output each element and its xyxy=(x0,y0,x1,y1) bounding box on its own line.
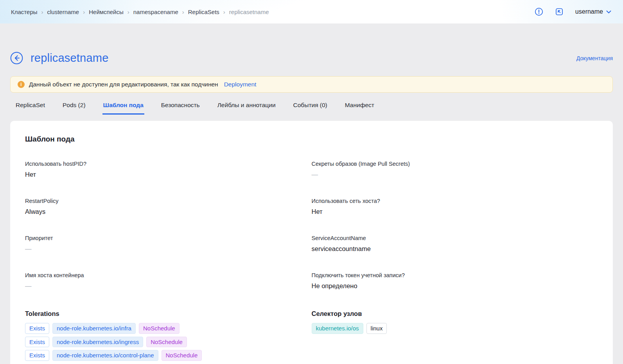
tab-manifest[interactable]: Манифест xyxy=(344,97,375,115)
toleration-operator-chip: Exists xyxy=(25,350,49,361)
field-value: serviceaccountname xyxy=(312,245,598,253)
topbar-actions: username xyxy=(535,7,611,16)
top-bar: Кластеры › clustername › Неймспейсы › na… xyxy=(0,0,623,23)
deployment-link[interactable]: Deployment xyxy=(224,81,257,88)
tab-labels-annotations[interactable]: Лейблы и аннотации xyxy=(217,97,276,115)
field-host-network: Использовать сеть хоста? Нет xyxy=(312,198,598,215)
user-menu[interactable]: username xyxy=(575,8,611,15)
warning-text: Данный объект не доступен для редактиров… xyxy=(29,81,218,88)
tolerations-title: Tolerations xyxy=(25,310,312,317)
toleration-row: Exists node-role.kubernetes.io/ingress N… xyxy=(25,337,312,348)
field-value: Нет xyxy=(312,208,598,215)
field-value: — xyxy=(25,282,312,290)
page: replicasetname Документация i Данный объ… xyxy=(0,52,623,364)
breadcrumb: Кластеры › clustername › Неймспейсы › na… xyxy=(11,9,269,15)
field-label: Секреты образов (Image Pull Secrets) xyxy=(312,161,598,167)
fields-grid: Использовать hostPID? Нет Секреты образо… xyxy=(25,161,598,290)
field-image-pull-secrets: Секреты образов (Image Pull Secrets) — xyxy=(312,161,598,178)
username-label: username xyxy=(575,8,603,15)
field-priority: Приоритет — xyxy=(25,235,312,253)
toleration-operator-chip: Exists xyxy=(25,323,49,334)
breadcrumb-item-clusters[interactable]: Кластеры xyxy=(11,9,38,15)
warning-info-icon: i xyxy=(18,81,25,88)
tab-pod-template[interactable]: Шаблон пода xyxy=(102,97,144,115)
arrow-left-circle-icon xyxy=(10,52,23,65)
content-card: Шаблон пода Использовать hostPID? Нет Се… xyxy=(10,121,613,364)
breadcrumb-item-clustername[interactable]: clustername xyxy=(47,9,79,15)
field-label: Использовать hostPID? xyxy=(25,161,312,167)
field-hostpid: Использовать hostPID? Нет xyxy=(25,161,312,178)
breadcrumb-item-namespacename[interactable]: namespacename xyxy=(133,9,178,15)
back-button[interactable] xyxy=(10,52,23,65)
breadcrumb-item-replicasets[interactable]: ReplicaSets xyxy=(188,9,219,15)
warning-banner: i Данный объект не доступен для редактир… xyxy=(10,76,613,93)
toleration-operator-chip: Exists xyxy=(25,337,49,348)
chevron-right-icon: › xyxy=(223,9,225,15)
field-value: Always xyxy=(25,208,312,215)
chevron-right-icon: › xyxy=(127,9,129,15)
toleration-row: Exists node-role.kubernetes.io/infra NoS… xyxy=(25,323,312,334)
breadcrumb-item-namespaces[interactable]: Неймспейсы xyxy=(89,9,124,15)
chevron-down-icon xyxy=(606,10,611,14)
open-in-new-icon[interactable] xyxy=(555,7,564,16)
field-value: — xyxy=(312,171,598,178)
tab-replicaset[interactable]: ReplicaSet xyxy=(15,97,46,115)
node-selector-row: kubernetes.io/os linux xyxy=(312,323,598,334)
toleration-effect-chip: NoSchedule xyxy=(139,323,180,334)
field-value: Не определено xyxy=(312,282,598,290)
title-row: replicasetname Документация xyxy=(10,52,613,65)
field-value: — xyxy=(25,245,312,253)
page-title: replicasetname xyxy=(31,52,108,65)
toleration-key-chip: node-role.kubernetes.io/ingress xyxy=(52,337,143,348)
toleration-effect-chip: NoSchedule xyxy=(146,337,187,348)
toleration-key-chip: node-role.kubernetes.io/infra xyxy=(52,323,136,334)
tab-pods[interactable]: Pods (2) xyxy=(62,97,86,115)
node-selector-title: Селектор узлов xyxy=(312,310,598,317)
breadcrumb-item-replicasetname: replicasetname xyxy=(229,9,269,15)
field-label: Использовать сеть хоста? xyxy=(312,198,598,204)
node-selector-key-chip: kubernetes.io/os xyxy=(312,323,363,334)
field-service-account-name: ServiceAccountName serviceaccountname xyxy=(312,235,598,253)
field-label: RestartPolicy xyxy=(25,198,312,204)
chevron-right-icon: › xyxy=(41,9,43,15)
field-label: Приоритет xyxy=(25,235,312,241)
alert-icon[interactable] xyxy=(535,7,543,16)
tolerations-section: Tolerations Exists node-role.kubernetes.… xyxy=(25,310,312,364)
tab-security[interactable]: Безопасность xyxy=(160,97,201,115)
field-label: Подключить токен учетной записи? xyxy=(312,272,598,278)
field-container-hostname: Имя хоста контейнера — xyxy=(25,272,312,290)
tabs: ReplicaSet Pods (2) Шаблон пода Безопасн… xyxy=(10,97,613,115)
node-selector-value-chip: linux xyxy=(366,323,387,334)
tab-events[interactable]: События (0) xyxy=(293,97,328,115)
field-label: ServiceAccountName xyxy=(312,235,598,241)
bottom-grid: Tolerations Exists node-role.kubernetes.… xyxy=(25,310,598,364)
section-title: Шаблон пода xyxy=(25,135,598,143)
field-value: Нет xyxy=(25,171,312,178)
node-selector-section: Селектор узлов kubernetes.io/os linux xyxy=(312,310,598,364)
field-label: Имя хоста контейнера xyxy=(25,272,312,278)
chevron-right-icon: › xyxy=(182,9,184,15)
toleration-key-chip: node-role.kubernetes.io/control-plane xyxy=(52,350,158,361)
chevron-right-icon: › xyxy=(83,9,85,15)
toleration-effect-chip: NoSchedule xyxy=(162,350,202,361)
field-automount-token: Подключить токен учетной записи? Не опре… xyxy=(312,272,598,290)
field-restart-policy: RestartPolicy Always xyxy=(25,198,312,215)
toleration-row: Exists node-role.kubernetes.io/control-p… xyxy=(25,350,312,361)
documentation-link[interactable]: Документация xyxy=(576,55,613,61)
